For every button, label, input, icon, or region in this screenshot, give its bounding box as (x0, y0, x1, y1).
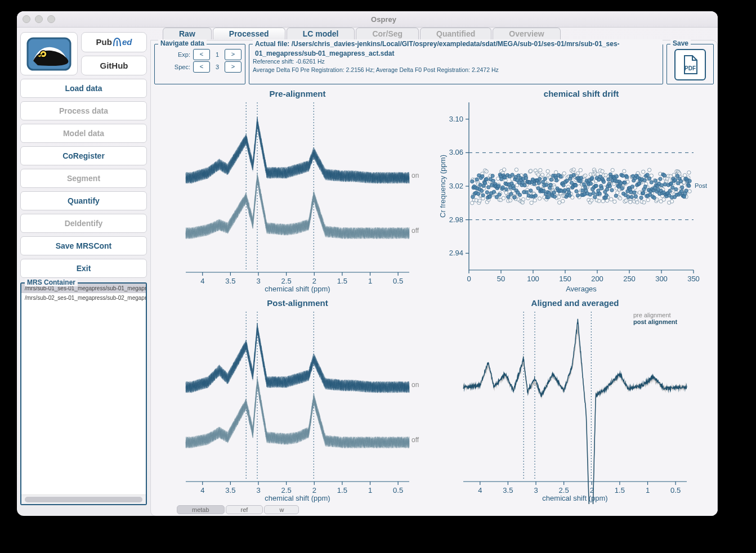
action-quantify[interactable]: Quantify (20, 191, 147, 210)
svg-rect-3 (117, 41, 118, 46)
exp-prev-button[interactable]: < (193, 49, 210, 60)
svg-point-2 (42, 52, 44, 55)
action-process-data: Process data (20, 101, 147, 120)
main-tabs: RawProcessedLC modelCor/SegQuantifiedOve… (150, 28, 718, 39)
plots-grid (154, 84, 714, 504)
list-hscrollbar[interactable] (21, 494, 146, 504)
navigate-box: Navigate data Exp: < 1 > Spec: < 3 > (154, 44, 245, 84)
action-segment: Segment (20, 169, 147, 188)
action-coregister[interactable]: CoRegister (20, 146, 147, 165)
save-box: Save PDF (666, 44, 714, 84)
osprey-logo-icon (26, 37, 71, 71)
tab-lc-model[interactable]: LC model (287, 28, 355, 39)
mrs-container-title: MRS Container (25, 278, 78, 286)
action-load-data[interactable]: Load data (20, 79, 147, 98)
tab-raw[interactable]: Raw (163, 28, 212, 39)
actual-file-title: Actual file: /Users/chris_davies-jenkins… (253, 39, 663, 59)
pubmed-button[interactable]: Pub ed (81, 32, 147, 52)
exp-label: Exp: (158, 51, 192, 58)
action-save-mrscont[interactable]: Save MRSCont (20, 236, 147, 255)
logo-card (20, 32, 78, 75)
app-window: Osprey Pub (17, 11, 718, 516)
window-title: Osprey (55, 15, 712, 24)
sidebar: Pub ed GitHub Load dataProcess dataModel… (17, 28, 150, 516)
plot-averaged (436, 297, 709, 504)
action-deidentify: DeIdentify (20, 214, 147, 233)
save-title: Save (670, 39, 691, 47)
list-item[interactable]: /mrs/sub-02_ses-01_megapress/sub-02_mega… (21, 293, 146, 303)
exp-next-button[interactable]: > (225, 49, 241, 60)
spec-label: Spec: (158, 64, 192, 70)
tab-overview: Overview (493, 28, 560, 39)
bottom-tab-w[interactable]: w (264, 505, 299, 514)
tab-processed[interactable]: Processed (213, 28, 285, 39)
close-light[interactable] (23, 15, 30, 23)
plot-pre-alignment (159, 88, 432, 295)
max-light[interactable] (47, 15, 55, 23)
titlebar: Osprey (17, 11, 718, 28)
bottom-tabs: metabrefw (154, 504, 714, 516)
spec-value: 3 (211, 64, 223, 70)
svg-text:PDF: PDF (685, 65, 696, 71)
tab-cor-seg: Cor/Seg (356, 28, 419, 39)
min-light[interactable] (35, 15, 43, 23)
traffic-lights (23, 15, 55, 23)
save-pdf-button[interactable]: PDF (674, 49, 706, 80)
info-line-deltaf0: Average Delta F0 Pre Registration: 2.215… (253, 66, 659, 74)
action-exit[interactable]: Exit (20, 259, 147, 278)
bottom-tab-metab[interactable]: metab (177, 505, 225, 514)
navigate-title: Navigate data (158, 39, 207, 47)
action-model-data: Model data (20, 124, 147, 143)
github-button[interactable]: GitHub (81, 56, 147, 76)
exp-value: 1 (211, 51, 223, 58)
content: Pub ed GitHub Load dataProcess dataModel… (17, 28, 718, 516)
mrs-container: MRS Container /mrs/sub-01_ses-01_megapre… (20, 282, 147, 505)
plot-drift (436, 88, 709, 295)
stage: Navigate data Exp: < 1 > Spec: < 3 > (150, 40, 718, 516)
plot-post-alignment (159, 297, 432, 504)
pubmed-icon (112, 37, 122, 47)
main: RawProcessedLC modelCor/SegQuantifiedOve… (150, 28, 718, 516)
spec-next-button[interactable]: > (225, 61, 241, 73)
actual-file-box: Actual file: /Users/chris_davies-jenkins… (249, 44, 663, 84)
bottom-tab-ref[interactable]: ref (226, 505, 263, 514)
pdf-icon: PDF (680, 55, 700, 75)
spec-prev-button[interactable]: < (193, 61, 210, 73)
tab-quantified: Quantified (420, 28, 491, 39)
